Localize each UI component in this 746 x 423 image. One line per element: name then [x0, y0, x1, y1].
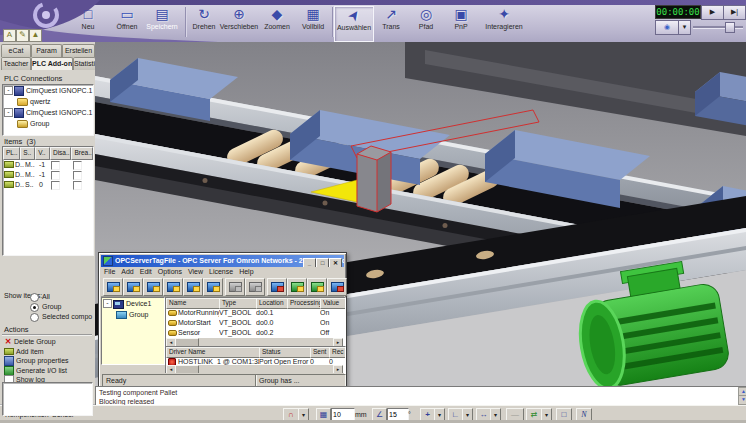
translate-mode-button[interactable]: Trans	[374, 6, 408, 40]
step-button[interactable]: ▶|	[723, 5, 746, 20]
add-item-action[interactable]: Add item	[4, 347, 94, 357]
radio-all[interactable]: All	[30, 292, 92, 302]
monitor-button[interactable]	[225, 278, 245, 296]
tree-node-device1[interactable]: -Device1	[102, 298, 164, 309]
delete-group-action[interactable]: ✕Delete Group	[4, 337, 94, 347]
tab-teacher[interactable]: Teacher	[1, 57, 31, 70]
simulation-speed-slider[interactable]	[693, 21, 743, 32]
open-file-button[interactable]	[123, 278, 143, 296]
column-header[interactable]: S..	[20, 147, 35, 160]
interact-mode-button[interactable]: Interagieren	[480, 6, 528, 40]
tree-node-opc-server-2[interactable]: -CimQuest IGNOPC.1	[3, 107, 93, 118]
opc-driver-table[interactable]: Driver Name Status Sent Rec HOSTLINK_1 @…	[165, 346, 346, 374]
radio-selected-components[interactable]: Selected compo	[30, 312, 92, 322]
minimize-button[interactable]: _	[303, 258, 316, 267]
path-mode-button[interactable]: Pfad	[410, 6, 442, 40]
radio-icon-selected[interactable]	[30, 303, 39, 312]
column-header[interactable]: PL..	[3, 147, 20, 160]
opc-device-tree[interactable]: -Device1 Group	[101, 297, 165, 365]
tags-horizontal-scrollbar[interactable]: ◂▸	[166, 338, 343, 346]
message-log-panel[interactable]: Testing component Pallet Blocking releas…	[95, 386, 746, 407]
save-file-button[interactable]	[143, 278, 163, 296]
tree-node-qwertz[interactable]: qwertz	[3, 96, 93, 107]
toolbar-separator	[185, 7, 186, 37]
pick-place-mode-button[interactable]: PnP	[444, 6, 478, 40]
menu-view[interactable]: View	[188, 268, 203, 275]
break-checkbox[interactable]	[73, 161, 82, 170]
slider-track	[693, 26, 743, 29]
tab-erstellen[interactable]: Erstellen	[62, 44, 95, 57]
library-button[interactable]	[267, 278, 287, 296]
tab-param[interactable]: Param	[31, 44, 62, 57]
group-icon	[116, 311, 127, 319]
export-button[interactable]	[203, 278, 223, 296]
menu-edit[interactable]: Edit	[140, 268, 152, 275]
record-options-dropdown[interactable]	[678, 20, 691, 35]
collapse-icon[interactable]: -	[4, 86, 13, 95]
item-icon	[4, 171, 14, 178]
tree-node-opc-server-1[interactable]: -CimQuest IGNOPC.1	[3, 85, 93, 96]
break-checkbox[interactable]	[73, 181, 82, 190]
record-button[interactable]	[655, 20, 679, 35]
annotation-tool-button[interactable]: A	[3, 29, 16, 42]
collapse-icon[interactable]: -	[4, 108, 13, 117]
driver-horizontal-scrollbar[interactable]: ◂▸	[166, 365, 343, 373]
menu-options[interactable]: Options	[158, 268, 182, 275]
plc-connections-tree[interactable]: -CimQuest IGNOPC.1 qwertz -CimQuest IGNO…	[2, 84, 94, 136]
disable-checkbox[interactable]	[51, 181, 60, 190]
new-button[interactable]: Neu	[70, 6, 106, 40]
import-button[interactable]	[183, 278, 203, 296]
column-header[interactable]: V..	[35, 147, 50, 160]
radio-icon[interactable]	[30, 313, 39, 322]
slider-thumb[interactable]	[725, 22, 735, 33]
radio-icon[interactable]	[30, 293, 39, 302]
tree-node-group[interactable]: Group	[102, 309, 164, 320]
tag-icon	[168, 320, 177, 326]
disable-checkbox[interactable]	[51, 171, 60, 180]
item-row[interactable]: D..M..-1	[3, 160, 93, 170]
menu-file[interactable]: File	[104, 268, 115, 275]
opc-tags-table[interactable]: Name Type Location Processing Value Moto…	[165, 297, 346, 347]
add-tag-button[interactable]	[307, 278, 327, 296]
opc-title-bar[interactable]: OPCServerTagFile - OPC Server For Omron …	[101, 255, 344, 267]
maximize-button[interactable]: □	[316, 258, 329, 267]
opc-server-window[interactable]: OPCServerTagFile - OPC Server For Omron …	[98, 252, 347, 390]
disable-checkbox[interactable]	[51, 161, 60, 170]
measure-tool-button[interactable]: ▲	[29, 29, 42, 42]
group-properties-action[interactable]: Group properties	[4, 356, 94, 366]
break-checkbox[interactable]	[73, 171, 82, 180]
zoom-view-button[interactable]: Zoomen	[258, 6, 296, 40]
tab-plc-addon[interactable]: PLC Add-on	[31, 57, 73, 70]
log-scrollbar[interactable]: ▲ ▼	[738, 387, 746, 404]
select-mode-button[interactable]: Auswählen	[334, 6, 374, 42]
pan-view-button[interactable]: Verschieben	[218, 6, 260, 40]
new-file-icon	[107, 282, 120, 292]
item-row[interactable]: D..M..-1	[3, 170, 93, 180]
radio-group[interactable]: Group	[30, 302, 92, 312]
menu-add[interactable]: Add	[121, 268, 133, 275]
items-table-header: PL.. S.. V.. Disa.. Brea..	[3, 147, 93, 160]
items-table[interactable]: PL.. S.. V.. Disa.. Brea.. D..M..-1 D..M…	[2, 146, 94, 256]
column-header[interactable]: Disa..	[50, 147, 72, 160]
rotate-view-button[interactable]: Drehen	[187, 6, 221, 40]
print-button[interactable]	[245, 278, 265, 296]
menu-license[interactable]: License	[209, 268, 233, 275]
tab-ecat[interactable]: eCat	[1, 44, 31, 57]
collapse-icon[interactable]: -	[103, 299, 112, 308]
new-file-button[interactable]	[103, 278, 123, 296]
add-device-button[interactable]	[287, 278, 307, 296]
pencil-tool-button[interactable]: ✎	[16, 29, 29, 42]
column-header[interactable]: Brea..	[71, 147, 93, 160]
close-button[interactable]: ✕	[329, 258, 342, 267]
item-row[interactable]: D..S..0	[3, 180, 93, 190]
tree-node-group[interactable]: Group	[3, 118, 93, 129]
settings-button[interactable]	[327, 278, 347, 296]
tab-statistics[interactable]: Statistics	[73, 57, 96, 70]
fit-view-button[interactable]: Vollbild	[295, 6, 331, 40]
menu-help[interactable]: Help	[239, 268, 253, 275]
generate-io-list-action[interactable]: Generate I/O list	[4, 366, 94, 376]
play-button[interactable]: ▶	[701, 5, 724, 20]
save-button[interactable]: Speichern	[140, 6, 184, 40]
scroll-down-icon[interactable]: ▼	[738, 395, 746, 405]
save-as-button[interactable]	[163, 278, 183, 296]
